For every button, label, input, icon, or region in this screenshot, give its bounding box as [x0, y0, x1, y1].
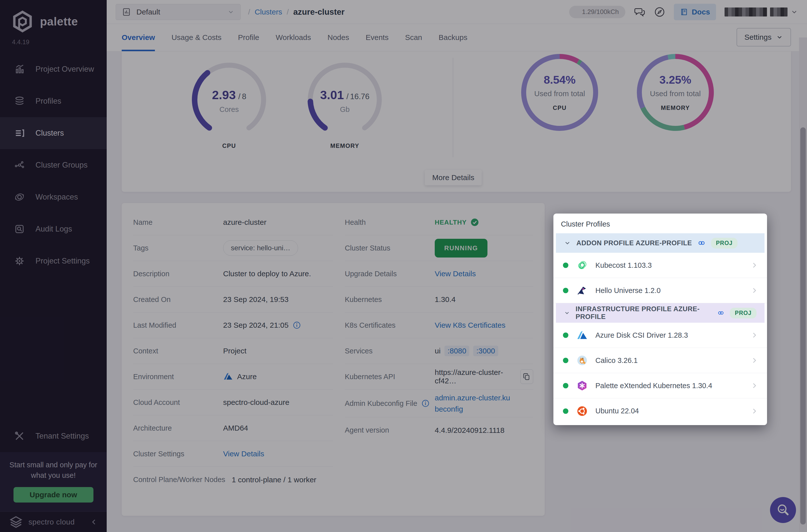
- hello-universe-logo: [576, 285, 588, 296]
- profile-item-name: Palette eXtended Kubernetes 1.30.4: [595, 382, 712, 390]
- profile-item-name: Kubecost 1.103.3: [595, 261, 652, 269]
- profile-item-kubecost[interactable]: Kubecost 1.103.3: [553, 253, 767, 278]
- chevron-right-icon: [751, 331, 758, 339]
- azure-disk-logo: [576, 329, 588, 341]
- chevron-right-icon: [751, 262, 758, 269]
- profile-item-ubuntu[interactable]: Ubuntu 22.04: [553, 398, 767, 424]
- infrastructure-profile-section-header[interactable]: INFRASTRUCTURE PROFILE AZURE-PROFILE PRO…: [556, 303, 765, 323]
- chevron-down-icon: [564, 309, 570, 317]
- link-icon[interactable]: [717, 309, 724, 317]
- addon-profile-section-header[interactable]: ADDON PROFILE AZURE-PROFILE PROJ: [556, 233, 765, 253]
- status-dot-icon: [562, 408, 569, 414]
- section-title: ADDON PROFILE AZURE-PROFILE: [576, 239, 692, 247]
- profile-item-name: Ubuntu 22.04: [595, 407, 639, 415]
- status-dot-icon: [562, 262, 569, 268]
- chevron-right-icon: [751, 382, 758, 390]
- calico-logo: [576, 355, 588, 366]
- profile-item-palette-k8s[interactable]: Palette eXtended Kubernetes 1.30.4: [553, 373, 767, 398]
- cluster-profiles-popup: Cluster Profiles ADDON PROFILE AZURE-PRO…: [553, 213, 767, 425]
- status-dot-icon: [562, 357, 569, 364]
- chevron-right-icon: [751, 287, 758, 294]
- proj-badge: PROJ: [730, 308, 756, 319]
- link-icon[interactable]: [698, 239, 706, 247]
- profile-item-azure-disk[interactable]: Azure Disk CSI Driver 1.28.3: [553, 323, 767, 348]
- kubecost-logo: [576, 260, 588, 271]
- palette-k8s-logo: [576, 380, 588, 392]
- status-dot-icon: [562, 332, 569, 338]
- proj-badge: PROJ: [711, 238, 738, 248]
- profile-item-name: Hello Universe 1.2.0: [595, 286, 661, 295]
- profile-item-calico[interactable]: Calico 3.26.1: [553, 348, 767, 373]
- chevron-right-icon: [751, 407, 758, 415]
- section-title: INFRASTRUCTURE PROFILE AZURE-PROFILE: [576, 305, 712, 321]
- chevron-down-icon: [564, 240, 571, 247]
- ubuntu-logo: [576, 405, 588, 417]
- profile-item-name: Calico 3.26.1: [595, 356, 638, 365]
- popup-title: Cluster Profiles: [553, 213, 767, 233]
- status-dot-icon: [562, 382, 569, 389]
- profile-item-name: Azure Disk CSI Driver 1.28.3: [595, 331, 688, 339]
- profile-item-hello-universe[interactable]: Hello Universe 1.2.0: [553, 278, 767, 303]
- chevron-right-icon: [751, 357, 758, 364]
- app-root: palette 4.4.19 Project Overview Profiles: [0, 0, 807, 532]
- status-dot-icon: [562, 287, 569, 294]
